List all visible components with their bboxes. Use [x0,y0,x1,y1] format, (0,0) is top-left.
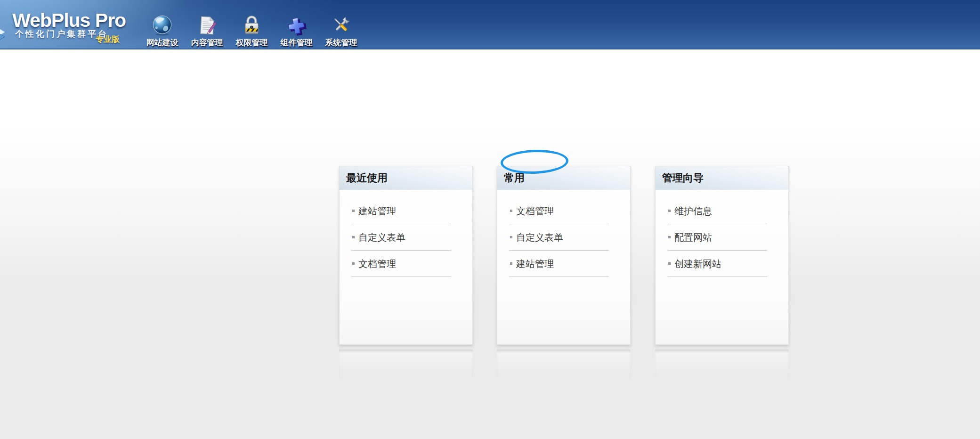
document-pencil-icon [196,14,218,36]
panel-item[interactable]: 配置网站 [656,224,788,251]
panel-item-label: 自定义表单 [358,231,405,244]
brand-logo-icon [0,25,12,46]
panel-item-label: 创建新网站 [674,258,721,270]
panel-item-label: 自定义表单 [516,231,563,244]
webplus-pro-home: WebPlus Pro 个性化门户集群平台 专业版 [0,0,980,439]
panel-item[interactable]: 建站管理 [497,251,630,277]
app-subtitle: 个性化门户集群平台 [15,28,108,40]
main-nav: 网站建设 内容管理 [140,14,364,48]
nav-item-system-management[interactable]: 系统管理 [319,14,364,48]
panel-list: 建站管理 自定义表单 文档管理 [340,190,472,277]
panel-item-label: 建站管理 [516,258,554,270]
nav-item-component-management[interactable]: 组件管理 [274,14,319,48]
edition-badge: 专业版 [96,34,120,45]
panel-item-label: 维护信息 [674,205,712,218]
tools-icon [330,14,352,36]
nav-item-site-building[interactable]: 网站建设 [140,14,185,48]
panel-item[interactable]: 自定义表单 [497,224,630,251]
square-bullet-icon [668,236,671,238]
top-header-bar: WebPlus Pro 个性化门户集群平台 专业版 [0,0,980,49]
panel-item-highlighted[interactable]: 文档管理 [497,198,630,224]
panel-title: 最近使用 [340,166,472,190]
panel-recently-used: 最近使用 建站管理 自定义表单 文档管理 [339,166,473,345]
panel-list: 文档管理 自定义表单 建站管理 [497,190,630,277]
panel-reflection [339,350,473,379]
panel-item[interactable]: 建站管理 [340,198,472,224]
square-bullet-icon [668,210,671,212]
square-bullet-icon [510,236,512,238]
panel-list: 维护信息 配置网站 创建新网站 [656,190,788,277]
panel-item[interactable]: 文档管理 [340,251,472,277]
panel-reflection [655,350,789,379]
square-bullet-icon [352,210,355,212]
square-bullet-icon [352,262,355,265]
square-bullet-icon [510,262,512,265]
square-bullet-icon [510,210,512,212]
nav-label: 组件管理 [281,37,313,48]
panel-item[interactable]: 自定义表单 [340,224,472,251]
square-bullet-icon [668,262,671,265]
nav-label: 系统管理 [325,37,357,48]
globe-icon [151,14,173,36]
panel-title: 管理向导 [656,166,788,190]
nav-label: 权限管理 [236,37,268,48]
panel-common: 常用 文档管理 自定义表单 建站管理 [497,166,631,345]
nav-label: 网站建设 [146,37,178,48]
panel-item[interactable]: 维护信息 [656,198,788,224]
panel-item[interactable]: 创建新网站 [656,251,788,277]
panel-title: 常用 [497,166,630,190]
nav-label: 内容管理 [191,37,223,48]
panel-item-label: 文档管理 [358,258,396,270]
panel-item-label: 文档管理 [516,205,554,218]
padlock-icon [241,14,263,36]
nav-item-permission-management[interactable]: 权限管理 [229,14,274,48]
nav-item-content-management[interactable]: 内容管理 [185,14,229,48]
panel-reflection [497,350,631,379]
square-bullet-icon [352,236,355,238]
panel-admin-wizard: 管理向导 维护信息 配置网站 创建新网站 [655,166,789,345]
page-background: 最近使用 建站管理 自定义表单 文档管理 [0,49,980,439]
dashboard-panels: 最近使用 建站管理 自定义表单 文档管理 [339,166,789,345]
component-plus-icon [285,14,308,36]
panel-item-label: 配置网站 [674,231,712,244]
panel-item-label: 建站管理 [358,205,396,218]
